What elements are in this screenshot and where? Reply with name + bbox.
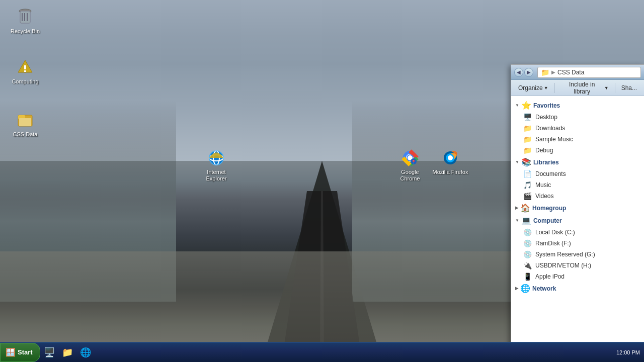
system-reserved-g-icon: 💿 bbox=[523, 250, 532, 258]
usbdrivetom-h-icon: 🔌 bbox=[523, 261, 532, 269]
nav-item-downloads[interactable]: 📁 Downloads bbox=[511, 123, 644, 134]
downloads-nav-icon: 📁 bbox=[523, 124, 532, 132]
libraries-icon: 📚 bbox=[521, 157, 531, 167]
svg-rect-10 bbox=[27, 13, 28, 21]
chrome-image: 📍 bbox=[400, 148, 420, 168]
nav-item-usbdrivetom-h[interactable]: 🔌 USBDRIVETOM (H:) bbox=[511, 260, 644, 271]
explorer-titlebar: ◀ ▶ 📁 ▶ CSS Data bbox=[511, 65, 644, 80]
svg-point-29 bbox=[448, 155, 453, 160]
forward-button[interactable]: ▶ bbox=[524, 68, 533, 77]
css-data-desktop-icon[interactable]: CSS Data bbox=[5, 108, 45, 140]
homegroup-section[interactable]: ▶ 🏠 Homegroup bbox=[511, 202, 644, 214]
network-icon: 🌐 bbox=[520, 284, 530, 293]
svg-rect-9 bbox=[24, 13, 25, 21]
computing-label: Computing bbox=[12, 78, 38, 85]
libraries-expand: ▼ bbox=[515, 160, 519, 164]
ie-image bbox=[206, 148, 226, 168]
include-chevron: ▼ bbox=[604, 85, 609, 90]
nav-item-music[interactable]: 🎵 Music bbox=[511, 179, 644, 191]
recycle-bin-label: Recycle Bin bbox=[11, 28, 40, 35]
svg-rect-12 bbox=[24, 65, 26, 69]
homegroup-expand: ▶ bbox=[515, 206, 518, 210]
nav-item-videos[interactable]: 🎬 Videos bbox=[511, 191, 644, 202]
taskbar-time: 12:00 PM bbox=[616, 349, 640, 355]
computer-icon: 💻 bbox=[521, 216, 531, 225]
svg-rect-8 bbox=[22, 13, 23, 21]
chrome-label: Google Chrome bbox=[392, 169, 428, 182]
favorites-section[interactable]: ▼ ⭐ Favorites bbox=[511, 99, 644, 112]
taskbar-show-desktop[interactable]: 🖥️ bbox=[41, 344, 57, 360]
organize-button[interactable]: Organize ▼ bbox=[514, 82, 552, 94]
svg-marker-3 bbox=[282, 191, 362, 362]
explorer-address-bar[interactable]: 📁 ▶ CSS Data bbox=[537, 67, 641, 78]
ramdisk-f-icon: 💿 bbox=[523, 239, 532, 247]
nav-item-documents[interactable]: 📄 Documents bbox=[511, 168, 644, 179]
nav-item-debug[interactable]: 📁 Debug bbox=[511, 145, 644, 156]
taskbar-explorer[interactable]: 📁 bbox=[59, 344, 75, 360]
explorer-nav-tree[interactable]: ▼ ⭐ Favorites 🖥️ Desktop 📁 Downloads 📁 S… bbox=[511, 96, 644, 360]
taskbar-ie[interactable]: 🌐 bbox=[77, 344, 94, 360]
ie-label: Internet Explorer bbox=[198, 169, 234, 182]
address-arrow: ▶ bbox=[551, 69, 555, 75]
favorites-icon: ⭐ bbox=[521, 101, 531, 110]
toolbar-divider-2 bbox=[615, 83, 615, 93]
recycle-bin-image bbox=[15, 7, 35, 27]
homegroup-icon: 🏠 bbox=[520, 203, 530, 213]
desktop: Recycle Bin Computing CSS Data bbox=[0, 0, 644, 362]
computer-expand: ▼ bbox=[515, 218, 519, 223]
videos-nav-icon: 🎬 bbox=[523, 192, 532, 200]
favorites-expand: ▼ bbox=[515, 103, 519, 108]
documents-nav-icon: 📄 bbox=[523, 170, 532, 178]
address-text: CSS Data bbox=[557, 69, 584, 76]
internet-explorer-icon[interactable]: Internet Explorer bbox=[196, 146, 236, 184]
file-explorer-panel: ◀ ▶ 📁 ▶ CSS Data Organize ▼ Include in l… bbox=[511, 64, 644, 361]
svg-rect-16 bbox=[19, 118, 31, 126]
share-button[interactable]: Sha... bbox=[617, 82, 641, 94]
svg-rect-13 bbox=[24, 70, 26, 72]
nav-item-local-disk-c[interactable]: 💿 Local Disk (C:) bbox=[511, 227, 644, 238]
computing-image bbox=[15, 57, 35, 77]
start-orb: 🪟 bbox=[6, 347, 16, 357]
apple-ipod-icon: 📱 bbox=[523, 273, 532, 281]
svg-marker-4 bbox=[320, 191, 324, 362]
explorer-toolbar: Organize ▼ Include in library ▼ Sha... bbox=[511, 80, 644, 96]
nav-item-system-reserved-g[interactable]: 💿 System Reserved (G:) bbox=[511, 249, 644, 260]
css-data-image bbox=[15, 110, 35, 130]
address-folder-icon: 📁 bbox=[541, 68, 549, 76]
nav-item-desktop[interactable]: 🖥️ Desktop bbox=[511, 112, 644, 123]
debug-nav-icon: 📁 bbox=[523, 146, 532, 154]
computer-section[interactable]: ▼ 💻 Computer bbox=[511, 214, 644, 227]
taskbar: 🪟 Start 🖥️ 📁 🌐 12:00 PM bbox=[0, 342, 644, 362]
music-nav-icon: 🎵 bbox=[523, 181, 532, 189]
firefox-label: Mozilla Firefox bbox=[433, 169, 468, 175]
nav-item-ramdisk-f[interactable]: 💿 RamDisk (F:) bbox=[511, 238, 644, 249]
svg-text:📍: 📍 bbox=[411, 159, 416, 164]
local-disk-c-icon: 💿 bbox=[523, 228, 532, 236]
include-library-button[interactable]: Include in library ▼ bbox=[557, 82, 613, 94]
nav-item-apple-ipod[interactable]: 📱 Apple iPod bbox=[511, 271, 644, 282]
start-button[interactable]: 🪟 Start bbox=[0, 343, 40, 362]
toolbar-divider-1 bbox=[554, 83, 555, 93]
google-chrome-icon[interactable]: 📍 Google Chrome bbox=[390, 146, 430, 184]
firefox-image bbox=[440, 148, 460, 168]
network-expand: ▶ bbox=[515, 286, 518, 291]
libraries-section[interactable]: ▼ 📚 Libraries bbox=[511, 156, 644, 168]
taskbar-right: 12:00 PM bbox=[616, 349, 644, 355]
nav-item-sample-music[interactable]: 📁 Sample Music bbox=[511, 134, 644, 145]
recycle-bin-icon[interactable]: Recycle Bin bbox=[5, 5, 45, 37]
sample-music-nav-icon: 📁 bbox=[523, 135, 532, 143]
organize-chevron: ▼ bbox=[544, 85, 548, 90]
desktop-nav-icon: 🖥️ bbox=[523, 113, 532, 121]
computing-icon[interactable]: Computing bbox=[5, 55, 45, 87]
mozilla-firefox-icon[interactable]: Mozilla Firefox bbox=[430, 146, 470, 177]
network-section[interactable]: ▶ 🌐 Network bbox=[511, 282, 644, 295]
back-button[interactable]: ◀ bbox=[514, 68, 523, 77]
css-data-desktop-label: CSS Data bbox=[13, 131, 38, 138]
